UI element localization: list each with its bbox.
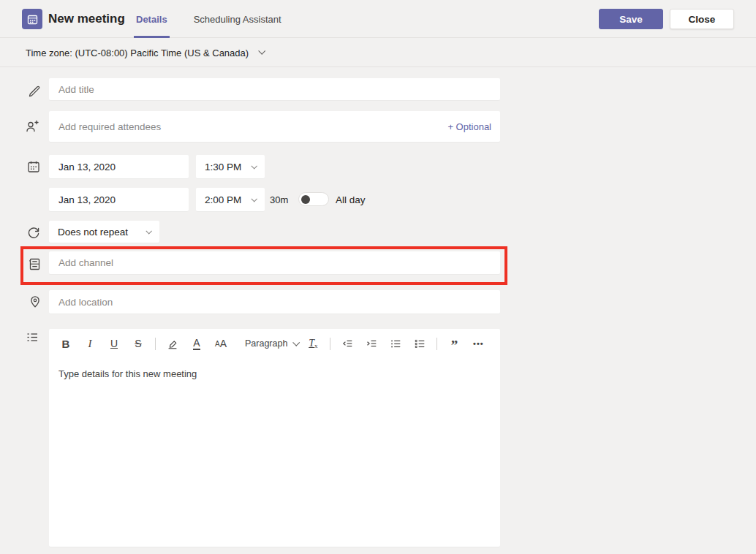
toolbar-divider — [436, 338, 437, 350]
header: New meeting Details Scheduling Assistant… — [0, 0, 756, 38]
tab-details[interactable]: Details — [134, 0, 170, 38]
pencil-icon — [27, 83, 42, 97]
duration-label: 30m — [270, 188, 288, 211]
location-field[interactable] — [49, 290, 500, 314]
bullet-list-button[interactable] — [388, 334, 403, 353]
calendar-app-icon — [22, 9, 42, 29]
chevron-down-icon — [293, 338, 300, 346]
start-date-input[interactable] — [49, 155, 189, 178]
calendar-icon — [26, 159, 41, 174]
indent-button[interactable] — [364, 334, 379, 353]
start-date-field[interactable] — [49, 155, 189, 178]
toggle-knob — [301, 195, 310, 204]
numbered-list-icon — [413, 337, 426, 350]
font-color-button[interactable]: A — [189, 334, 204, 353]
location-input[interactable] — [49, 290, 500, 314]
quote-button[interactable]: ” — [447, 334, 461, 353]
strikethrough-button[interactable]: S — [131, 334, 145, 353]
end-date-input[interactable] — [49, 188, 189, 211]
details-editor-body[interactable]: Type details for this new meeting — [49, 358, 500, 390]
add-optional-attendees-link[interactable]: + Optional — [447, 121, 491, 132]
page-title: New meeting — [48, 0, 125, 38]
formatting-toolbar: B I U S A AA Paragraph Tx — [49, 329, 500, 358]
meeting-details-editor: B I U S A AA Paragraph Tx — [49, 329, 500, 547]
bold-button[interactable]: B — [58, 334, 73, 353]
new-meeting-dialog: New meeting Details Scheduling Assistant… — [0, 0, 756, 554]
channel-input[interactable] — [49, 251, 500, 274]
highlight-button[interactable] — [165, 334, 180, 353]
end-time-dropdown[interactable]: 2:00 PM — [196, 188, 265, 211]
chevron-down-icon — [251, 163, 257, 169]
end-time-value: 2:00 PM — [205, 194, 241, 205]
agenda-icon — [25, 330, 39, 344]
chevron-down-icon — [145, 228, 151, 234]
start-time-value: 1:30 PM — [205, 162, 241, 172]
chevron-down-icon — [258, 48, 265, 55]
paragraph-style-dropdown[interactable]: Paragraph — [245, 334, 298, 353]
toolbar-divider — [330, 338, 330, 350]
highlighter-icon — [166, 337, 179, 350]
more-options-button[interactable]: ••• — [471, 334, 485, 353]
channel-field[interactable] — [49, 251, 500, 274]
timezone-selector[interactable]: Time zone: (UTC-08:00) Pacific Time (US … — [0, 39, 756, 67]
bullet-list-icon — [389, 337, 402, 350]
save-button[interactable]: Save — [599, 9, 663, 29]
timezone-label: Time zone: (UTC-08:00) Pacific Time (US … — [26, 48, 249, 58]
add-attendee-icon — [25, 119, 39, 134]
close-button[interactable]: Close — [670, 9, 734, 29]
repeat-value: Does not repeat — [58, 227, 128, 238]
underline-button[interactable]: U — [107, 334, 121, 353]
italic-button[interactable]: I — [83, 334, 97, 353]
start-time-dropdown[interactable]: 1:30 PM — [196, 155, 265, 178]
all-day-toggle[interactable] — [298, 192, 329, 206]
indent-icon — [365, 337, 378, 350]
attendees-field[interactable]: + Optional — [49, 111, 500, 142]
channel-icon — [27, 257, 42, 271]
attendees-input[interactable] — [49, 111, 500, 142]
repeat-dropdown[interactable]: Does not repeat — [49, 221, 159, 243]
repeat-icon — [26, 225, 41, 240]
outdent-icon — [341, 337, 354, 350]
chevron-down-icon — [251, 196, 257, 202]
font-size-button[interactable]: AA — [213, 334, 228, 353]
location-pin-icon — [28, 295, 42, 309]
calendar-glyph-icon — [26, 13, 39, 26]
outdent-button[interactable] — [340, 334, 355, 353]
tab-scheduling-assistant[interactable]: Scheduling Assistant — [192, 0, 284, 38]
numbered-list-button[interactable] — [412, 334, 427, 353]
clear-formatting-button[interactable]: Tx — [306, 334, 320, 353]
toolbar-divider — [155, 338, 156, 350]
end-date-field[interactable] — [49, 188, 189, 211]
title-field[interactable] — [49, 78, 500, 100]
title-input[interactable] — [49, 78, 500, 100]
header-actions: Save Close — [599, 9, 734, 29]
tab-bar: Details Scheduling Assistant — [134, 0, 306, 38]
all-day-label: All day — [336, 188, 366, 211]
